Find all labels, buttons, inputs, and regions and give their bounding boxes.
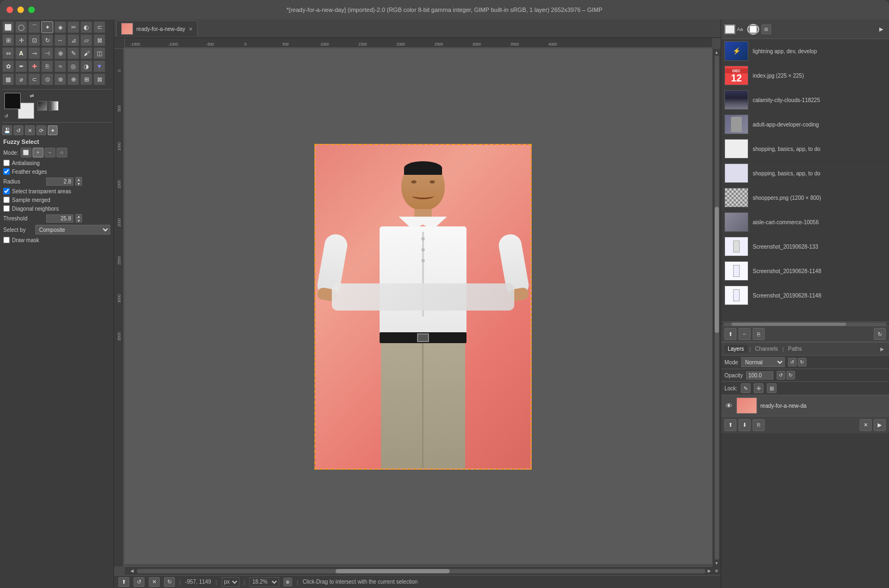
scroll-down-button[interactable]: ▼	[715, 561, 719, 565]
smudge-tool[interactable]: ≈	[54, 60, 66, 72]
image-item[interactable]: shopping, basics, app, to do	[721, 137, 889, 161]
images-scrollbar-thumb[interactable]	[732, 323, 846, 326]
warp-tool[interactable]: ⌀	[15, 73, 27, 85]
shear-tool[interactable]: ⊿	[67, 34, 79, 46]
canvas-scroll-area[interactable]	[125, 49, 721, 564]
airbrush-tool[interactable]: ✿	[2, 60, 14, 72]
extra-tool-5[interactable]: ⊠	[93, 73, 105, 85]
images-scrollbar[interactable]	[721, 321, 889, 326]
layers-mode-select[interactable]: Normal Multiply Screen Overlay	[741, 357, 785, 367]
image-item[interactable]: adult-app-developer-coding	[721, 112, 889, 137]
image-item[interactable]: shooppers.png (1200 × 800)	[721, 186, 889, 210]
layers-mode-undo-icon[interactable]: ↺	[788, 358, 797, 366]
mode-subtract-icon[interactable]: −	[45, 148, 55, 157]
scrollbar-horizontal[interactable]: ◀ ▶	[125, 566, 712, 575]
close-button[interactable]	[7, 7, 13, 13]
align-tool[interactable]: ⊞	[2, 34, 14, 46]
rect-select-tool[interactable]: ⬜	[2, 21, 14, 33]
clone-tool[interactable]: ⎘	[41, 60, 53, 72]
scrollbar-vertical[interactable]: ▲ ▼	[712, 49, 721, 566]
zoom-nav-icon[interactable]: ⊕	[283, 578, 292, 586]
maximize-button[interactable]	[28, 7, 35, 13]
scrollbar-track-h[interactable]	[137, 569, 705, 573]
path-select-tool[interactable]: ⊂	[93, 21, 105, 33]
free-select-tool[interactable]: ⌒	[28, 21, 40, 33]
canvas-drawing-area[interactable]	[314, 144, 532, 470]
crop-tool[interactable]: ⊡	[28, 34, 40, 46]
fuzzy-select-tool[interactable]: ✦	[41, 21, 53, 33]
feather-edges-checkbox[interactable]	[3, 168, 10, 175]
layers-mode-redo-icon[interactable]: ↻	[798, 358, 806, 366]
canvas-image[interactable]	[314, 144, 532, 470]
tool-options-save-icon[interactable]: 💾	[2, 125, 12, 135]
extra-tool-2[interactable]: ⊛	[54, 73, 66, 85]
scroll-left-button[interactable]: ◀	[130, 568, 135, 573]
image-item[interactable]: Screenshot_20190628-1148	[721, 259, 889, 283]
panel-duplicate-icon[interactable]: ⎘	[753, 328, 765, 340]
bucket-fill-tool[interactable]: ▼	[93, 60, 105, 72]
scale-tool[interactable]: ↔	[54, 34, 66, 46]
statusbar-export-icon[interactable]: ⬆	[118, 577, 129, 587]
perspective-tool[interactable]: ▱	[80, 34, 92, 46]
reset-colors-icon[interactable]: ↺	[4, 113, 9, 119]
opacity-undo-icon[interactable]: ↺	[777, 371, 785, 380]
pencil-tool[interactable]: ✎	[67, 47, 79, 59]
statusbar-cancel-icon[interactable]: ✕	[149, 577, 160, 587]
ink-tool[interactable]: ✒	[15, 60, 27, 72]
rotate-tool[interactable]: ↻	[41, 34, 53, 46]
blur-sharpen-tool[interactable]: ◎	[67, 60, 79, 72]
layer-merge-down-icon[interactable]: ⬇	[739, 419, 751, 431]
lock-position-icon[interactable]: ✛	[754, 383, 764, 393]
layer-add-mask-icon[interactable]: ⬆	[724, 419, 736, 431]
select-by-dropdown[interactable]: Composite Red Green Blue Alpha	[35, 225, 110, 235]
move-tool[interactable]: ✛	[15, 34, 27, 46]
mode-add-icon[interactable]: +	[33, 148, 43, 157]
navigate-icon[interactable]: ⊕	[712, 566, 721, 575]
gradient-tool[interactable]: ▦	[2, 73, 14, 85]
draw-mask-checkbox[interactable]	[3, 237, 10, 243]
layer-delete-icon[interactable]: ✕	[860, 419, 872, 431]
radius-down-arrow[interactable]: ▼	[75, 181, 82, 186]
image-item[interactable]: shopping, basics, app, to do	[721, 161, 889, 186]
extra-tool-4[interactable]: ⊞	[80, 73, 92, 85]
extra-tool-1[interactable]: ⊙	[41, 73, 53, 85]
diagonal-neighbors-checkbox[interactable]	[3, 205, 10, 212]
mode-intersect-icon[interactable]: ∩	[56, 148, 67, 157]
radius-input[interactable]	[46, 178, 73, 186]
threshold-up-arrow[interactable]: ▲	[75, 214, 82, 218]
ellipse-select-tool[interactable]: ◯	[15, 21, 27, 33]
tool-options-restore-icon[interactable]: ↺	[14, 125, 23, 135]
tool-options-delete-icon[interactable]: ✕	[25, 125, 35, 135]
panel-subtract-icon[interactable]: −	[739, 328, 751, 340]
canvas-tab[interactable]: ready-for-a-new-day ✕	[116, 21, 198, 36]
panel-add-icon[interactable]: ⬆	[724, 328, 736, 340]
color-picker-tool[interactable]: ⊸	[28, 47, 40, 59]
right-fg-color[interactable]	[724, 24, 735, 34]
statusbar-undo-icon[interactable]: ↺	[134, 577, 144, 587]
vector-tool[interactable]: ⊂	[28, 73, 40, 85]
layer-visibility-icon[interactable]: 👁	[724, 401, 733, 410]
lock-pixels-icon[interactable]: ✎	[741, 383, 751, 393]
right-panel-collapse-icon[interactable]: ▶	[877, 25, 886, 34]
image-item[interactable]: calamity-city-clouds-118225	[721, 88, 889, 112]
tab-paths[interactable]: Paths	[786, 345, 804, 353]
status-unit-select[interactable]: px % in	[222, 577, 239, 587]
scrollbar-thumb-h[interactable]	[336, 569, 449, 573]
image-item[interactable]: Screenshot_20190628-133	[721, 235, 889, 259]
radius-up-arrow[interactable]: ▲	[75, 177, 82, 181]
text-tool[interactable]: A	[15, 47, 27, 59]
dodge-burn-tool[interactable]: ◑	[80, 60, 92, 72]
image-item[interactable]: DEC 12 index.jpg (225 × 225)	[721, 64, 889, 88]
layer-config-icon[interactable]: ▶	[874, 419, 886, 431]
tab-channels[interactable]: Channels	[753, 345, 780, 353]
foreground-select-tool[interactable]: ◐	[80, 21, 92, 33]
mode-new-icon[interactable]: ⬜	[21, 148, 31, 157]
measure-tool[interactable]: ⊣	[41, 47, 53, 59]
foreground-color-swatch[interactable]	[4, 93, 21, 109]
layers-opacity-input[interactable]	[746, 371, 773, 380]
swap-colors-icon[interactable]: ⇄	[30, 93, 34, 98]
image-item[interactable]: aisle-cart-commerce-10056	[721, 210, 889, 235]
layer-item[interactable]: 👁 ready-for-a-new-da	[721, 395, 889, 416]
canvas-tab-close-icon[interactable]: ✕	[188, 26, 193, 32]
lock-alpha-icon[interactable]: ⊞	[767, 383, 777, 393]
